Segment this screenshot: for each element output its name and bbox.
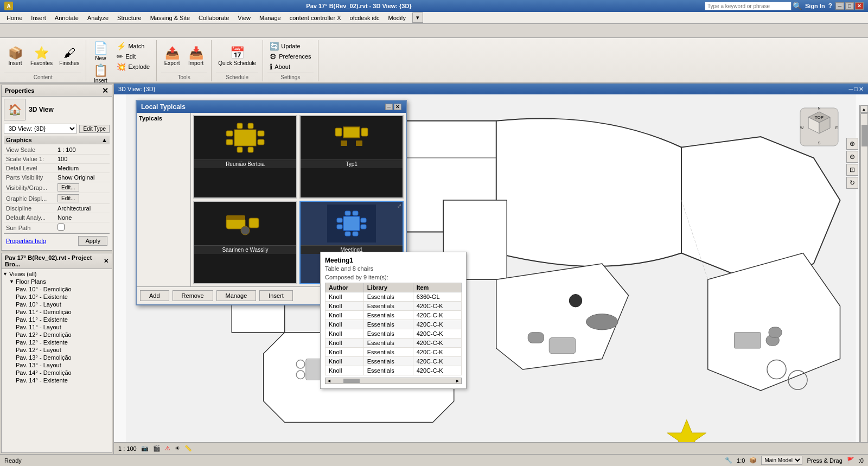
properties-close-icon[interactable]: ✕ [102, 86, 108, 95]
section-collapse-icon: ▲ [101, 137, 107, 143]
rotate-btn[interactable]: ↻ [846, 177, 858, 189]
lt-add-btn[interactable]: Add [140, 290, 169, 301]
tree-item-pav11-layout[interactable]: Pav. 11° - Layout [3, 323, 111, 331]
zoom-in-btn[interactable]: ⊕ [846, 138, 858, 150]
viewport-minimize-icon[interactable]: ─ [849, 86, 853, 93]
ribbon-btn-match[interactable]: ⚡ Match [114, 41, 152, 51]
tree-item-pav11-exist[interactable]: Pav. 11° - Existente [3, 316, 111, 323]
tree-item-pav10-demo[interactable]: Pav. 10° - Demolição [3, 285, 111, 293]
menu-massing[interactable]: Massing & Site [146, 14, 194, 22]
ribbon-btn-update[interactable]: 🔄 Update [267, 41, 313, 51]
tree-item-pav10-layout[interactable]: Pav. 10° - Layout [3, 301, 111, 308]
ribbon-btn-preferences[interactable]: ⚙ Preferences [267, 52, 313, 61]
menu-annotate[interactable]: Annotate [50, 14, 83, 22]
lt-remove-btn[interactable]: Remove [173, 290, 213, 301]
menu-ofcdesk[interactable]: ofcdesk idc [346, 14, 384, 22]
menu-bar: Home Insert Annotate Analyze Structure M… [0, 12, 868, 24]
tree-item-floor-plans[interactable]: ▼ Floor Plans [3, 278, 111, 285]
scroll-up-btn[interactable]: ▲ [860, 105, 868, 113]
pb-close-icon[interactable]: ✕ [104, 258, 108, 265]
tree-item-pav12-layout[interactable]: Pav. 12° - Layout [3, 346, 111, 354]
typical-item-reuniao[interactable]: Reunião Bertoia [193, 115, 297, 199]
ribbon-btn-favorites[interactable]: ⭐ Favorites [28, 46, 55, 67]
fit-view-btn[interactable]: ⊡ [846, 164, 858, 176]
menu-collaborate[interactable]: Collaborate [194, 14, 233, 22]
popup-scrollbar[interactable]: ◄ ► [325, 378, 462, 384]
properties-panel: Properties ✕ 🏠 3D View 3D View: {3D} Edi… [1, 85, 112, 251]
ribbon-group-typicals: 📄 New 📋 Insert ⚡ Match ✏ Edit [86, 40, 157, 81]
svg-rect-14 [735, 333, 761, 348]
scroll-left-icon[interactable]: ◄ [326, 378, 333, 384]
apply-button[interactable]: Apply [78, 236, 107, 246]
ribbon-btn-export[interactable]: 📤 Export [161, 46, 183, 67]
ribbon-btn-typical-insert[interactable]: 📋 Insert [91, 63, 110, 85]
tree-item-pav10-exist[interactable]: Pav. 10° - Existente [3, 293, 111, 301]
tree-item-pav13-layout[interactable]: Pav. 13° - Layout [3, 361, 111, 369]
title-bar: A Pav 17° B(Rev_02).rvt - 3D View: {3D} … [0, 0, 868, 12]
menu-home[interactable]: Home [2, 14, 27, 22]
viewport-scrollbar[interactable]: ▲ ▼ [859, 105, 868, 454]
properties-help-link[interactable]: Properties help [6, 238, 46, 244]
model-selector[interactable]: Main Model [761, 456, 802, 465]
help-button[interactable]: ? [828, 2, 832, 10]
graphics-section-header[interactable]: Graphics ▲ [4, 136, 110, 144]
menu-content-controller[interactable]: content controller X [285, 14, 346, 22]
new-icon: 📄 [93, 42, 108, 54]
scroll-right-icon[interactable]: ► [454, 378, 461, 384]
ribbon-btn-new[interactable]: 📄 New [91, 41, 110, 62]
col-library: Library [363, 283, 413, 292]
search-input[interactable] [705, 2, 792, 10]
ribbon-btn-finishes[interactable]: 🖌 Finishes [57, 46, 81, 67]
menu-view[interactable]: View [233, 14, 255, 22]
viewport[interactable]: 3D View: {3D} ─ □ ✕ [114, 84, 868, 454]
lt-insert-btn[interactable]: Insert [259, 290, 293, 301]
sign-in-button[interactable]: Sign In [805, 3, 825, 9]
popup-row-6: KnollEssentials420C-C-K [326, 339, 462, 348]
tree-item-label: Views (all) [9, 271, 37, 277]
search-icon[interactable]: 🔍 [793, 2, 802, 10]
graphic-edit-btn[interactable]: Edit... [58, 194, 79, 202]
ribbon-btn-edit[interactable]: ✏ Edit [114, 52, 152, 61]
lt-minimize-btn[interactable]: ─ [385, 104, 393, 110]
lt-manage-btn[interactable]: Manage [216, 290, 257, 301]
lt-close-btn[interactable]: ✕ [394, 104, 401, 110]
minimize-button[interactable]: ─ [835, 2, 844, 10]
popup-scroll-thumb[interactable] [343, 379, 360, 383]
tree-item-pav14-exist[interactable]: Pav. 14° - Existente [3, 376, 111, 384]
ribbon-btn-quick-schedule[interactable]: 📅 Quick Schedule [216, 46, 258, 67]
viewport-canvas[interactable]: TOP N S E W ▲ ▼ ⊕ ⊖ ⊡ [114, 94, 868, 454]
tree-item-pav14-demo[interactable]: Pav. 14° - Demolição [3, 369, 111, 376]
ribbon-btn-explode[interactable]: 💥 Explode [114, 62, 152, 72]
menu-insert[interactable]: Insert [27, 14, 50, 22]
customize-button[interactable]: ▾ [412, 12, 423, 23]
visibility-edit-btn[interactable]: Edit... [58, 183, 79, 191]
ribbon-btn-insert[interactable]: 📦 Insert [4, 46, 26, 67]
svg-rect-70 [361, 225, 366, 229]
compass-svg: TOP N S E W [797, 105, 841, 149]
scroll-track[interactable] [860, 113, 868, 446]
viewport-close-icon[interactable]: ✕ [859, 86, 864, 93]
typical-item-typ1[interactable]: Typ1 [299, 115, 404, 199]
menu-manage[interactable]: Manage [255, 14, 285, 22]
menu-structure[interactable]: Structure [113, 14, 146, 22]
menu-modify[interactable]: Modify [384, 14, 410, 22]
close-button[interactable]: ✕ [855, 2, 864, 10]
measure-icon: 📏 [184, 445, 192, 452]
zoom-out-btn[interactable]: ⊖ [846, 151, 858, 163]
tree-item-pav13-demo[interactable]: Pav. 13° - Demolição [3, 354, 111, 361]
restore-button[interactable]: □ [845, 2, 854, 10]
sun-path-checkbox[interactable] [58, 224, 65, 231]
menu-analyze[interactable]: Analyze [83, 14, 113, 22]
tree-item-pav12-exist[interactable]: Pav. 12° - Existente [3, 339, 111, 346]
viewport-maximize-icon[interactable]: □ [854, 86, 858, 93]
typical-item-saarinen[interactable]: Saarinen e Wassily [193, 201, 297, 284]
tree-item-pav12-demo[interactable]: Pav. 12° - Demolição [3, 331, 111, 339]
tree-item-pav11-demo[interactable]: Pav. 11° - Demolição [3, 308, 111, 316]
scroll-thumb[interactable] [861, 125, 868, 146]
scale-label: 1 : 100 [118, 445, 137, 452]
ribbon-btn-about[interactable]: ℹ About [267, 62, 313, 72]
edit-type-button[interactable]: Edit Type [79, 125, 110, 133]
tree-item-views-all[interactable]: ▼ Views (all) [3, 270, 111, 278]
ribbon-btn-import[interactable]: 📥 Import [185, 46, 207, 67]
view-select[interactable]: 3D View: {3D} [4, 124, 77, 133]
